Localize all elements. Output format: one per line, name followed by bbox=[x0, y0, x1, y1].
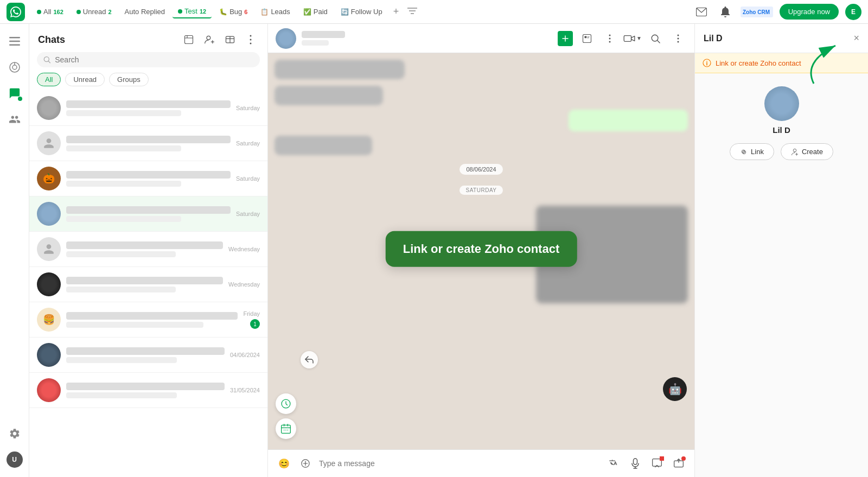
sidebar-icon-menu[interactable] bbox=[4, 30, 25, 52]
plus-icon bbox=[301, 459, 310, 468]
voice-button[interactable] bbox=[627, 455, 643, 472]
video-dropdown-arrow: ▼ bbox=[636, 35, 642, 41]
chat-info bbox=[66, 312, 238, 328]
chat-item[interactable]: Saturday bbox=[29, 126, 267, 161]
search-input[interactable] bbox=[55, 55, 253, 64]
chat-preview bbox=[66, 110, 181, 116]
svg-rect-40 bbox=[282, 425, 291, 433]
right-panel-body: Lil D Link Create bbox=[695, 73, 868, 477]
email-icon-btn[interactable] bbox=[693, 3, 710, 21]
app-logo[interactable] bbox=[7, 3, 25, 21]
chat-info bbox=[66, 100, 231, 116]
svg-point-13 bbox=[207, 36, 210, 40]
tab-auto-replied[interactable]: Auto Replied bbox=[119, 5, 170, 18]
tab-all[interactable]: All 162 bbox=[31, 5, 69, 18]
sidebar-icon-chat[interactable] bbox=[4, 82, 25, 104]
video-call-button[interactable]: ▼ bbox=[624, 30, 641, 47]
close-panel-button[interactable]: × bbox=[853, 33, 859, 44]
calendar-button[interactable] bbox=[276, 418, 296, 439]
sidebar-icon-analytics[interactable] bbox=[4, 56, 25, 78]
tab-bug[interactable]: 🐛 Bug 6 bbox=[214, 5, 253, 18]
schedule-button[interactable] bbox=[276, 393, 296, 414]
bot-icon[interactable]: 🤖 bbox=[663, 377, 687, 401]
chat-name bbox=[66, 171, 231, 179]
filter-tab-unread[interactable]: Unread bbox=[65, 73, 105, 86]
chat-preview bbox=[66, 216, 181, 222]
link-contact-button[interactable]: Link bbox=[730, 143, 774, 160]
zoho-crm-logo-img: Zoho CRM bbox=[741, 7, 773, 17]
zoho-crm-logo[interactable]: Zoho CRM bbox=[741, 7, 773, 17]
default-avatar-icon bbox=[43, 243, 55, 255]
chat-item[interactable]: Saturday bbox=[29, 196, 267, 232]
more-options-button[interactable] bbox=[242, 31, 259, 48]
add-to-chat-button[interactable] bbox=[558, 31, 573, 46]
chat-item[interactable]: 🎃 Saturday bbox=[29, 161, 267, 196]
tab-follow-up[interactable]: 🔄 Follow Up bbox=[335, 5, 388, 18]
video-dropdown: ▼ bbox=[623, 34, 642, 43]
upgrade-now-button[interactable]: Upgrade now bbox=[780, 4, 839, 20]
email-icon bbox=[696, 8, 707, 16]
tab-paid[interactable]: ✅ Paid bbox=[298, 5, 333, 18]
chat-info bbox=[66, 347, 225, 363]
main-layout: U Chats bbox=[0, 24, 868, 477]
svg-point-32 bbox=[609, 41, 611, 42]
chat-item[interactable]: Wednesday bbox=[29, 232, 267, 267]
sidebar-icon-settings[interactable] bbox=[4, 423, 25, 444]
add-contact-button[interactable] bbox=[201, 31, 218, 48]
chat-online-dot bbox=[18, 97, 22, 101]
chat-info-button[interactable] bbox=[669, 30, 687, 47]
chat-item[interactable]: Wednesday bbox=[29, 267, 267, 302]
quick-reply-button[interactable] bbox=[649, 455, 665, 472]
svg-line-23 bbox=[48, 61, 50, 62]
chat-floating-buttons bbox=[276, 393, 296, 439]
translate-button[interactable] bbox=[605, 455, 622, 472]
broadcast-button[interactable] bbox=[222, 31, 238, 48]
filter-icon bbox=[407, 7, 417, 15]
chat-preview bbox=[66, 181, 181, 187]
tab-leads[interactable]: 📋 Leads bbox=[255, 5, 295, 18]
tab-unread[interactable]: Unread 2 bbox=[71, 5, 117, 18]
chat-item[interactable]: 🍔 Friday 1 bbox=[29, 302, 267, 338]
chat-header: ▼ bbox=[268, 24, 694, 53]
more-chat-options-button[interactable] bbox=[601, 30, 618, 47]
add-tab-button[interactable]: + bbox=[390, 6, 403, 17]
blurred-message bbox=[275, 136, 372, 155]
search-chat-button[interactable] bbox=[647, 30, 664, 47]
filter-tab-all[interactable]: All bbox=[37, 73, 61, 86]
user-avatar[interactable]: E bbox=[845, 4, 861, 20]
emoji-button[interactable]: 😊 bbox=[276, 455, 292, 472]
avatar: 🍔 bbox=[37, 308, 61, 332]
avatar: 🎃 bbox=[37, 167, 61, 190]
tab-test[interactable]: Test 12 bbox=[173, 5, 212, 18]
avatar bbox=[37, 202, 61, 226]
message-input[interactable] bbox=[319, 459, 600, 468]
date-badge: 08/06/2024 bbox=[459, 164, 502, 175]
chat-item[interactable]: 04/06/2024 bbox=[29, 338, 267, 373]
avatar bbox=[37, 131, 61, 155]
sidebar-icon-contacts[interactable] bbox=[4, 109, 25, 130]
paid-icon: ✅ bbox=[303, 8, 311, 16]
chat-preview bbox=[66, 357, 177, 363]
blurred-message-out bbox=[569, 110, 688, 131]
attach-button[interactable] bbox=[297, 455, 314, 472]
create-contact-button[interactable]: Create bbox=[781, 143, 833, 160]
reply-icon[interactable] bbox=[301, 351, 318, 368]
svg-point-30 bbox=[609, 34, 611, 36]
chat-name bbox=[66, 312, 238, 320]
chat-time: 04/06/2024 bbox=[230, 352, 260, 358]
calendar-icon bbox=[280, 423, 291, 434]
filter-button[interactable] bbox=[404, 7, 420, 17]
chat-name bbox=[66, 136, 231, 143]
send-button[interactable] bbox=[671, 455, 687, 472]
filter-tab-groups[interactable]: Groups bbox=[109, 73, 149, 86]
chat-time: Friday bbox=[243, 310, 260, 317]
media-button[interactable] bbox=[578, 30, 596, 47]
search-bar[interactable] bbox=[37, 52, 260, 67]
contact-avatar bbox=[764, 86, 799, 121]
chat-item[interactable]: 31/05/2024 bbox=[29, 373, 267, 408]
bell-icon-btn[interactable] bbox=[717, 3, 734, 21]
new-chat-button[interactable] bbox=[181, 31, 197, 48]
sidebar-icon-user[interactable]: U bbox=[4, 449, 25, 470]
all-dot bbox=[37, 10, 41, 14]
chat-item[interactable]: Saturday bbox=[29, 91, 267, 126]
